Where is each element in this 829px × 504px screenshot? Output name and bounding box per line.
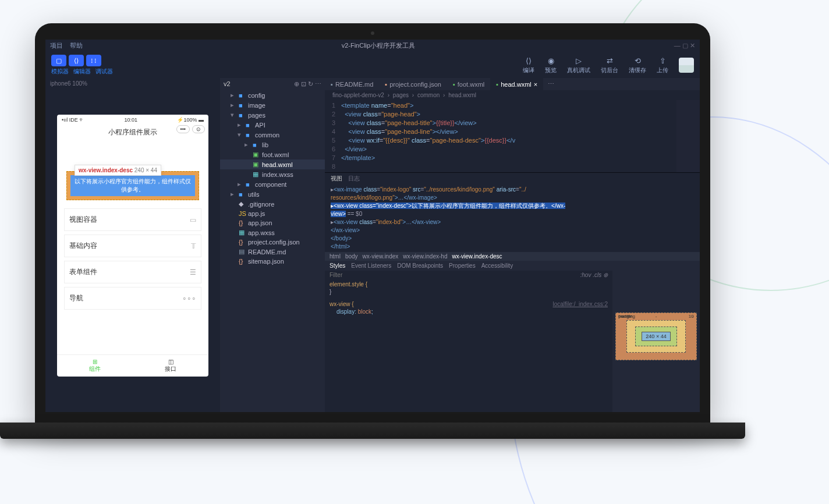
menu-帮助[interactable]: 帮助 (70, 41, 83, 50)
styles-tab-Accessibility[interactable]: Accessibility (481, 262, 513, 269)
styles-tab-Styles[interactable]: Styles (330, 262, 345, 269)
laptop-frame: 项目帮助 v2-FinClip小程序开发工具 — ▢ ✕ ▢ ⟨⟩ ⫶⫶ 模拟器… (35, 23, 710, 439)
file-API[interactable]: ▸■API (220, 120, 325, 130)
styles-tab-DOM Breakpoints[interactable]: DOM Breakpoints (397, 262, 443, 269)
action-真机调试[interactable]: ▷真机调试 (567, 56, 590, 74)
devtools: 视图日志 ▸<wx-image class="index-logo" src="… (325, 172, 700, 412)
tab-head.wxml[interactable]: ▪head.wxml× (490, 78, 543, 90)
menu-bar: 项目帮助 v2-FinClip小程序开发工具 — ▢ ✕ (45, 40, 700, 51)
editor-toggle[interactable]: ⟨⟩ (69, 55, 84, 66)
toolbar: ▢ ⟨⟩ ⫶⫶ 模拟器编辑器调试器 ⟨⟩编译◉预览▷真机调试⇄切后台⟲清缓存⇧上… (45, 51, 700, 78)
avatar[interactable] (679, 58, 694, 73)
list-item[interactable]: 表单组件☰ (64, 261, 201, 283)
file-image[interactable]: ▸■image (220, 100, 325, 110)
box-model: margin10 border- padding- 240 × 44 (612, 261, 700, 412)
explorer-actions[interactable]: ⊕ ⊡ ↻ ⋯ (294, 80, 321, 88)
styles-panel: StylesEvent ListenersDOM BreakpointsProp… (325, 261, 612, 412)
file-index.wxss[interactable]: ▦index.wxss (220, 169, 325, 179)
inspect-tooltip: wx-view.index-desc 240 × 44 (75, 165, 161, 176)
styles-tab-Event Listeners[interactable]: Event Listeners (351, 262, 391, 269)
list-item[interactable]: 导航∘∘∘ (64, 287, 201, 310)
file-project.config.json[interactable]: {}project.config.json (220, 237, 325, 247)
status-signal: •ııl IDE ᯤ (62, 117, 84, 123)
breadcrumb[interactable]: fino-applet-demo-v2 › pages › common › h… (325, 90, 700, 100)
tabs-overflow[interactable]: ⋯ (543, 78, 559, 90)
editor-panel: ▪README.md▪project.config.json▪foot.wxml… (325, 78, 700, 412)
simulator-panel: iphone6 100% •ııl IDE ᯤ 10:01 ⚡100% ▬ 小程… (45, 78, 220, 412)
dom-breadcrumb[interactable]: htmlbodywx-view.indexwx-view.index-hdwx-… (325, 252, 700, 261)
window-title: v2-FinClip小程序开发工具 (342, 41, 416, 50)
window-controls[interactable]: — ▢ ✕ (674, 42, 695, 49)
close-icon: × (534, 81, 537, 88)
tab-foot.wxml[interactable]: ▪foot.wxml (447, 78, 490, 90)
styles-tab-Properties[interactable]: Properties (449, 262, 476, 269)
action-切后台[interactable]: ⇄切后台 (601, 56, 618, 74)
app-title: 小程序组件展示 (108, 128, 157, 136)
project-root: v2 (224, 80, 231, 88)
debugger-toggle[interactable]: ⫶⫶ (86, 55, 101, 66)
file-app.wxss[interactable]: ▦app.wxss (220, 228, 325, 237)
file-app.json[interactable]: {}app.json (220, 218, 325, 228)
list-item[interactable]: 基础内容𝕋 (64, 235, 201, 257)
ide-window: 项目帮助 v2-FinClip小程序开发工具 — ▢ ✕ ▢ ⟨⟩ ⫶⫶ 模拟器… (45, 40, 700, 412)
list-item[interactable]: 视图容器▭ (64, 208, 201, 231)
file-lib[interactable]: ▸■lib (220, 140, 325, 150)
action-上传[interactable]: ⇧上传 (657, 56, 668, 74)
crumb-wx-view.index[interactable]: wx-view.index (363, 253, 399, 260)
styles-toggles[interactable]: :hov .cls ⊕ (580, 272, 608, 278)
tab-project.config.json[interactable]: ▪project.config.json (379, 78, 447, 90)
styles-filter[interactable] (330, 272, 580, 278)
action-预览[interactable]: ◉预览 (545, 56, 557, 74)
file-app.js[interactable]: JSapp.js (220, 209, 325, 218)
file-config[interactable]: ▸■config (220, 90, 325, 100)
dt-tab-日志[interactable]: 日志 (348, 175, 360, 183)
simulator-toggle[interactable]: ▢ (51, 55, 66, 66)
dt-tab-视图[interactable]: 视图 (331, 175, 342, 183)
file-README.md[interactable]: ▤README.md (220, 247, 325, 257)
capsule-close[interactable]: ⊙ (192, 125, 205, 133)
crumb-wx-view.index-desc[interactable]: wx-view.index-desc (452, 253, 502, 260)
minimap[interactable] (676, 100, 700, 172)
file-utils[interactable]: ▸■utils (220, 189, 325, 199)
file-sitemap.json[interactable]: {}sitemap.json (220, 257, 325, 266)
file-explorer: v2 ⊕ ⊡ ↻ ⋯ ▸■config▸■image▾■pages▸■API▾■… (220, 78, 325, 412)
file-foot.wxml[interactable]: ▣foot.wxml (220, 150, 325, 159)
action-清缓存[interactable]: ⟲清缓存 (629, 56, 646, 74)
crumb-wx-view.index-hd[interactable]: wx-view.index-hd (403, 253, 447, 260)
status-battery: ⚡100% ▬ (177, 117, 204, 123)
action-编译[interactable]: ⟨⟩编译 (523, 56, 534, 74)
tab-README.md[interactable]: ▪README.md (325, 78, 379, 90)
file-common[interactable]: ▾■common (220, 130, 325, 140)
menu-项目[interactable]: 项目 (50, 41, 63, 50)
file-.gitignore[interactable]: ◆.gitignore (220, 199, 325, 209)
dom-tree[interactable]: ▸<wx-image class="index-logo" src="../re… (325, 184, 700, 252)
phone-tab-组件[interactable]: ⊞组件 (57, 355, 133, 377)
file-component[interactable]: ▸■component (220, 179, 325, 189)
code-editor[interactable]: 1<template name="head">2 <view class="pa… (325, 100, 700, 172)
file-pages[interactable]: ▾■pages (220, 110, 325, 120)
status-time: 10:01 (125, 117, 138, 123)
crumb-body[interactable]: body (345, 253, 358, 260)
crumb-html[interactable]: html (330, 253, 341, 260)
file-head.wxml[interactable]: ▣head.wxml (220, 159, 325, 169)
device-info: iphone6 100% (45, 78, 220, 89)
phone-preview: •ııl IDE ᯤ 10:01 ⚡100% ▬ 小程序组件展示 ••• ⊙ (57, 115, 208, 377)
phone-tab-接口[interactable]: ◫接口 (133, 355, 208, 377)
capsule-menu[interactable]: ••• (176, 125, 190, 133)
